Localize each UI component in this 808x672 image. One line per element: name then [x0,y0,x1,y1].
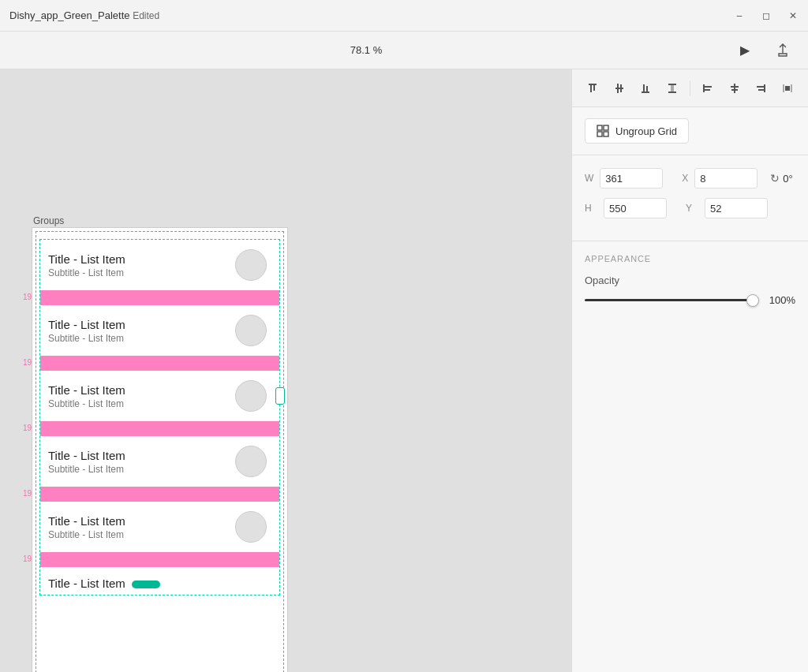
width-row: W X ↻ 0° [585,168,795,189]
align-bottom-icon [639,82,652,95]
resize-handle[interactable] [275,387,285,405]
svg-rect-1 [590,85,592,92]
list-item[interactable]: Title - List Item Subtitle - List Item [40,436,279,487]
list-item-title: Title - List Item [48,449,235,462]
svg-rect-26 [597,125,602,130]
list-item-title: Title - List Item [48,577,271,590]
list-item-title: Title - List Item [48,514,235,528]
play-button[interactable]: ▶ [732,38,758,63]
list-item-subtitle: Subtitle - List Item [48,267,235,278]
main-content: Groups Title - List Item Subtitle - List… [0,69,808,672]
list-item-subtitle: Subtitle - List Item [48,464,235,475]
align-center-button[interactable] [724,77,746,99]
align-left-icon [701,82,714,95]
align-top-icon [586,82,599,95]
gap-bar [40,552,279,567]
svg-rect-9 [646,86,648,91]
list-item-text: Title - List Item Subtitle - List Item [48,318,235,344]
opacity-slider-track[interactable] [585,299,758,301]
titlebar: Dishy_app_Green_Palette Edited – ◻ ✕ [0,0,808,32]
list-item[interactable]: Title - List Item Subtitle - List Item [40,371,279,421]
svg-rect-12 [668,91,676,93]
app-title: Dishy_app_Green_Palette [9,9,130,21]
gap-label: 19 [23,554,32,563]
grid-icon [597,125,609,137]
groups-label: Groups [33,215,64,226]
list-item-partial[interactable]: Title - List Item [40,567,279,595]
list-item-title: Title - List Item [48,383,235,397]
list-item-title: Title - List Item [48,252,235,266]
list-item[interactable]: Title - List Item Subtitle - List Item [40,502,279,552]
svg-rect-3 [617,84,619,88]
canvas-area[interactable]: Groups Title - List Item Subtitle - List… [0,69,571,672]
svg-rect-17 [734,84,735,93]
avatar [235,446,267,477]
gap-bar [40,290,279,305]
list-item-text: Title - List Item Subtitle - List Item [48,449,235,475]
width-input[interactable] [600,168,663,189]
distribute-button[interactable] [776,77,799,99]
svg-rect-28 [597,132,602,136]
gap-label: 19 [23,424,32,432]
height-label: H [585,203,597,214]
align-center-icon [728,82,741,95]
svg-rect-6 [617,89,619,93]
y-label: Y [686,203,698,214]
share-button[interactable] [770,38,795,63]
align-stretch-v-button[interactable] [661,77,683,99]
svg-rect-2 [593,85,595,91]
svg-rect-24 [791,84,792,92]
svg-rect-18 [731,86,739,88]
align-left-button[interactable] [697,77,719,99]
x-label: X [682,173,688,184]
top-toolbar: 78.1 % ▶ [0,32,808,69]
close-button[interactable]: ✕ [787,10,799,21]
avatar [235,249,267,281]
window-controls: – ◻ ✕ [734,10,799,21]
opacity-slider-thumb[interactable] [746,294,759,307]
svg-rect-20 [764,84,765,92]
rotation-value: 0° [783,173,808,185]
list-item[interactable]: Title - List Item Subtitle - List Item [40,240,279,290]
gap-label: 19 [23,489,32,498]
align-middle-button[interactable] [608,77,630,99]
height-input[interactable] [604,198,667,218]
svg-rect-29 [604,132,608,136]
right-panel: Ungroup Grid W X ↻ 0° H Y [571,69,808,672]
align-stretch-v-icon [666,82,679,95]
align-right-icon [754,82,767,95]
align-bottom-button[interactable] [635,77,657,99]
list-item-title: Title - List Item [48,318,235,331]
toolbar-separator [690,80,690,96]
opacity-slider-container[interactable]: 100% [585,294,795,306]
svg-rect-14 [703,84,705,92]
align-top-button[interactable] [582,77,604,99]
svg-rect-25 [785,86,790,91]
list-item-text: Title - List Item Subtitle - List Item [48,514,235,540]
svg-rect-10 [642,91,649,93]
align-right-button[interactable] [750,77,772,99]
share-icon [776,43,790,58]
height-row: H Y [585,198,795,218]
list-item-subtitle: Subtitle - List Item [48,529,235,540]
svg-rect-16 [705,89,710,91]
ungroup-section: Ungroup Grid [572,107,808,155]
x-input[interactable] [694,168,758,189]
svg-rect-8 [643,84,645,91]
svg-rect-5 [615,88,623,89]
svg-rect-27 [604,125,608,130]
list-item[interactable]: Title - List Item Subtitle - List Item [40,305,279,356]
gap-label: 19 [23,293,32,301]
properties-section: W X ↻ 0° H Y [572,155,808,241]
ungroup-grid-button[interactable]: Ungroup Grid [585,118,689,144]
minimize-button[interactable]: – [734,10,745,21]
svg-rect-13 [671,85,674,91]
opacity-row: Opacity [585,274,795,286]
maximize-button[interactable]: ◻ [761,10,772,21]
y-input[interactable] [705,198,768,218]
rotation-icon: ↻ [770,172,780,185]
list-item-text: Title - List Item Subtitle - List Item [48,252,235,278]
partial-indicator [132,581,160,588]
gap-label: 19 [23,358,32,367]
gap-bar [40,487,279,502]
